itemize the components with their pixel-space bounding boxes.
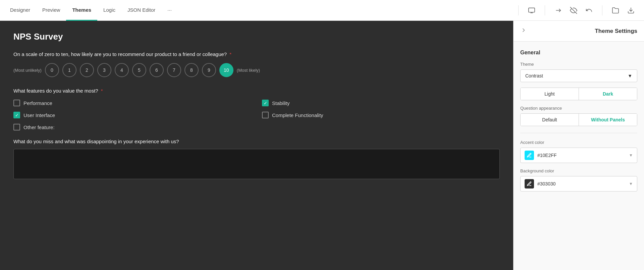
open-button[interactable]	[610, 5, 621, 15]
rating-button-5[interactable]: 5	[132, 63, 146, 77]
light-dark-toggle: Light Dark	[520, 88, 637, 100]
theme-select[interactable]: Contrast ▼	[520, 69, 637, 82]
checkbox-item-2[interactable]: ✓User Interface	[13, 112, 251, 118]
checkbox-item-3[interactable]: Complete Functionality	[262, 112, 500, 118]
rating-button-2[interactable]: 2	[80, 63, 94, 77]
rating-button-3[interactable]: 3	[97, 63, 111, 77]
rating-button-9[interactable]: 9	[202, 63, 216, 77]
rating-button-1[interactable]: 1	[62, 63, 76, 77]
rating-right-label: (Most likely)	[237, 68, 260, 73]
survey-canvas: NPS Survey On a scale of zero to ten, ho…	[0, 21, 513, 270]
rating-button-6[interactable]: 6	[150, 63, 164, 77]
nav-toolbar	[516, 5, 640, 15]
background-color-field[interactable]: #303030 ▼	[520, 176, 637, 192]
tab-preview[interactable]: Preview	[36, 0, 66, 21]
survey-title: NPS Survey	[13, 32, 500, 42]
default-appearance-button[interactable]: Default	[521, 114, 579, 126]
divider-1	[520, 133, 637, 133]
question-1-text: On a scale of zero to ten, how likely ar…	[13, 51, 500, 57]
rating-button-4[interactable]: 4	[115, 63, 129, 77]
theme-caret-icon: ▼	[628, 73, 632, 78]
rating-left-label: (Most unlikely)	[13, 68, 42, 73]
checkbox-label-1: Stability	[272, 100, 290, 106]
checkbox-label-2: User Interface	[23, 112, 55, 118]
main-layout: NPS Survey On a scale of zero to ten, ho…	[0, 21, 644, 270]
accent-color-field[interactable]: #10E2FF ▼	[520, 148, 637, 163]
svg-rect-0	[529, 8, 535, 12]
checkbox-label-3: Complete Functionality	[272, 112, 323, 118]
background-color-caret-icon: ▼	[629, 181, 633, 186]
checkbox-box-2: ✓	[13, 112, 20, 118]
rating-button-8[interactable]: 8	[184, 63, 199, 77]
question-appearance-label: Question appearance	[520, 106, 637, 111]
checkbox-box-1: ✓	[262, 100, 269, 106]
accent-color-label: Accent color	[520, 140, 637, 145]
background-color-swatch	[525, 179, 534, 188]
tab-designer[interactable]: Designer	[4, 0, 36, 21]
panel-header: Theme Settings	[514, 21, 644, 42]
rating-button-10[interactable]: 10	[219, 63, 233, 77]
panel-body: General Theme Contrast ▼ Light Dark Ques…	[514, 42, 644, 205]
checkbox-label-4: Other feature:	[23, 124, 55, 130]
theme-selected-value: Contrast	[525, 73, 543, 78]
panel-title: Theme Settings	[595, 28, 637, 35]
question-2-text: What features do you value the most? *	[13, 88, 500, 94]
undo-button[interactable]	[584, 5, 594, 15]
general-section-title: General	[520, 50, 637, 56]
appearance-toggle: Default Without Panels	[520, 113, 637, 126]
tab-themes[interactable]: Themes	[66, 0, 97, 21]
checkbox-box-0	[13, 100, 20, 106]
open-answer-textarea[interactable]	[13, 149, 500, 179]
accent-color-caret-icon: ▼	[629, 153, 633, 158]
question-3-text: What do you miss and what was disappoint…	[13, 139, 500, 144]
checkbox-item-1[interactable]: ✓Stability	[262, 100, 500, 106]
eye-off-button[interactable]	[569, 5, 579, 15]
theme-settings-panel: Theme Settings General Theme Contrast ▼ …	[513, 21, 644, 270]
checkbox-box-4	[13, 124, 20, 130]
light-toggle-button[interactable]: Light	[521, 88, 579, 100]
rating-button-0[interactable]: 0	[45, 63, 59, 77]
background-color-label: Background color	[520, 168, 637, 173]
forward-button[interactable]	[553, 5, 563, 15]
theme-field-label: Theme	[520, 62, 637, 67]
dark-toggle-button[interactable]: Dark	[579, 88, 637, 100]
panel-collapse-button[interactable]	[520, 27, 527, 35]
rating-scale-row: (Most unlikely) 012345678910(Most likely…	[13, 63, 500, 77]
tab-logic[interactable]: Logic	[97, 0, 121, 21]
without-panels-button[interactable]: Without Panels	[579, 114, 637, 126]
rating-button-7[interactable]: 7	[167, 63, 181, 77]
download-button[interactable]	[626, 5, 636, 15]
top-navigation: Designer Preview Themes Logic JSON Edito…	[0, 0, 644, 21]
device-preview-button[interactable]	[527, 5, 537, 15]
required-marker-1: *	[229, 51, 231, 57]
accent-color-value: #10E2FF	[537, 153, 626, 158]
nav-separator-3	[602, 5, 602, 15]
checkbox-item-4[interactable]: Other feature:	[13, 124, 251, 130]
checkbox-item-0[interactable]: Performance	[13, 100, 251, 106]
checkbox-grid: Performance✓Stability✓User InterfaceComp…	[13, 100, 500, 130]
required-marker-2: *	[101, 88, 103, 94]
accent-color-swatch	[525, 151, 534, 160]
tab-more[interactable]: ···	[161, 0, 178, 21]
checkbox-box-3	[262, 112, 269, 118]
checkbox-label-0: Performance	[23, 100, 52, 106]
nav-separator-1	[518, 5, 519, 15]
tab-json-editor[interactable]: JSON Editor	[121, 0, 161, 21]
background-color-value: #303030	[537, 181, 626, 186]
nav-separator-2	[545, 5, 545, 15]
